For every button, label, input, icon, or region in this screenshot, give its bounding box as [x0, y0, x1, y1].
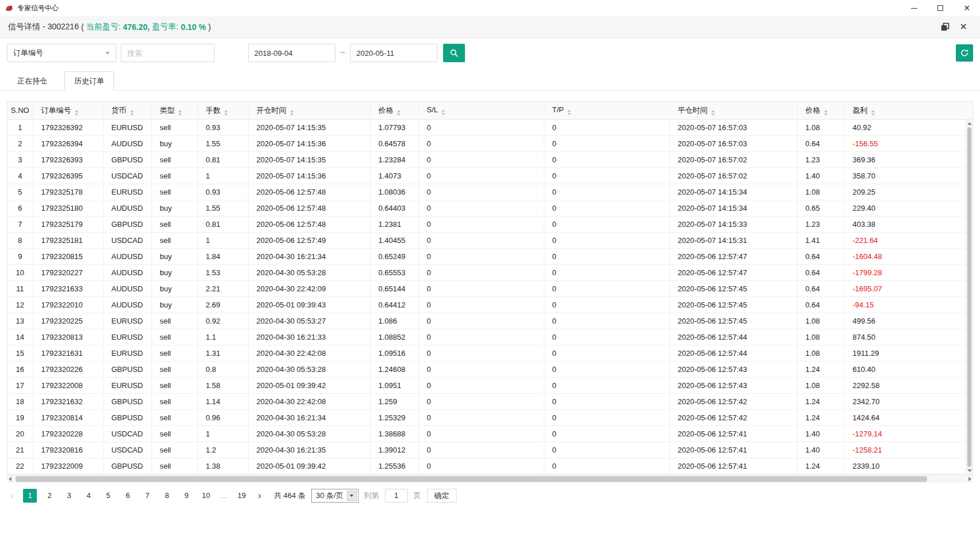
sort-icon[interactable] — [224, 110, 228, 116]
table-cell: 3 — [7, 151, 33, 168]
column-header[interactable]: 类型 — [151, 102, 197, 119]
page-9-button[interactable]: 9 — [180, 489, 193, 503]
page-7-button[interactable]: 7 — [140, 489, 154, 503]
column-header[interactable]: 平仓时间 — [669, 102, 797, 119]
next-page-button[interactable]: › — [254, 489, 265, 503]
page-19-button[interactable]: 19 — [235, 489, 249, 503]
table-cell: 1792325178 — [33, 184, 103, 200]
sort-icon[interactable] — [290, 110, 293, 116]
table-row: 71792325179GBPUSDsell0.812020-05-06 12:5… — [7, 216, 966, 232]
page-8-button[interactable]: 8 — [160, 489, 174, 503]
table-cell: 0.81 — [197, 151, 248, 168]
vertical-scrollbar[interactable] — [966, 120, 973, 474]
table-cell: 0 — [418, 345, 544, 361]
table-cell: 1.2381 — [370, 216, 418, 232]
table-header-row: S.NO订单编号货币类型手数开仓时间价格S/LT/P平仓时间价格盈利 — [7, 102, 966, 119]
goto-confirm-button[interactable]: 确定 — [427, 489, 457, 503]
table-cell: sell — [151, 361, 197, 377]
column-header[interactable]: 手数 — [197, 102, 248, 119]
table-cell: sell — [151, 458, 197, 474]
table-cell: 1792325180 — [33, 200, 103, 216]
page-3-button[interactable]: 3 — [62, 489, 76, 503]
page-size-value: 30 条/页 — [316, 491, 344, 501]
column-header[interactable]: 价格 — [370, 102, 418, 119]
maximize-button[interactable] — [927, 0, 954, 16]
window-restore-icon[interactable] — [941, 22, 950, 31]
horizontal-scrollbar[interactable] — [7, 475, 973, 483]
table-cell: EURUSD — [103, 329, 151, 345]
table-cell: 9 — [7, 248, 33, 264]
column-header[interactable]: T/P — [544, 102, 669, 119]
panel-close-button[interactable]: ✕ — [960, 22, 970, 32]
table-cell: 0 — [418, 297, 544, 313]
sort-icon[interactable] — [824, 110, 828, 116]
page-10-button[interactable]: 10 — [199, 489, 213, 503]
prev-page-button[interactable]: ‹ — [7, 489, 17, 503]
page-1-button[interactable]: 1 — [23, 489, 37, 503]
sort-icon[interactable] — [711, 110, 715, 116]
date-from-input[interactable] — [248, 44, 335, 62]
page-4-button[interactable]: 4 — [82, 489, 96, 503]
table-cell: -221.64 — [844, 232, 966, 248]
page-size-select[interactable]: 30 条/页 — [311, 489, 359, 503]
horizontal-scrollbar-thumb[interactable] — [16, 476, 927, 482]
sort-icon[interactable] — [441, 109, 445, 115]
sort-icon[interactable] — [178, 110, 182, 116]
table-cell: sell — [151, 232, 197, 248]
scroll-up-icon[interactable] — [967, 122, 972, 125]
sort-icon[interactable] — [567, 109, 571, 115]
page-5-button[interactable]: 5 — [101, 489, 115, 503]
table-cell: 0 — [418, 313, 544, 329]
column-header[interactable]: 订单编号 — [33, 102, 103, 119]
column-label: S/L — [427, 105, 438, 114]
column-header[interactable]: S/L — [418, 102, 544, 119]
scroll-down-icon[interactable] — [967, 469, 972, 472]
table-cell: 0.65553 — [370, 264, 418, 280]
table-cell: 2020-05-06 12:57:48 — [248, 216, 370, 232]
table-cell: 2020-04-30 05:53:28 — [248, 425, 370, 442]
close-icon: ✕ — [963, 3, 970, 13]
sort-icon[interactable] — [130, 110, 134, 116]
table-cell: 1.24608 — [370, 361, 418, 377]
table-cell: 1.14 — [197, 393, 248, 409]
sort-icon[interactable] — [397, 110, 401, 116]
table-cell: 0 — [418, 264, 544, 280]
table-row: 101792320227AUDUSDbuy1.532020-04-30 05:5… — [7, 264, 966, 280]
search-input[interactable] — [121, 44, 215, 62]
table-cell: -1279.14 — [844, 425, 966, 442]
total-count: 共 464 条 — [274, 491, 306, 501]
column-label: 价格 — [806, 106, 821, 115]
table-cell: buy — [151, 280, 197, 297]
column-header[interactable]: 盈利 — [844, 102, 966, 119]
refresh-button[interactable] — [956, 44, 973, 62]
column-header[interactable]: 价格 — [797, 102, 844, 119]
page-2-button[interactable]: 2 — [43, 489, 56, 503]
table-row: 131792320225EURUSDsell0.922020-04-30 05:… — [7, 313, 966, 329]
table-cell: 0 — [418, 458, 544, 474]
column-header[interactable]: 货币 — [103, 102, 151, 119]
table-cell: 1.38688 — [370, 425, 418, 442]
table-cell: 209.25 — [844, 184, 966, 200]
table-cell: 1.24 — [797, 409, 844, 425]
search-button[interactable] — [443, 44, 465, 62]
vertical-scrollbar-thumb[interactable] — [967, 127, 971, 467]
sort-icon[interactable] — [871, 110, 875, 116]
page-6-button[interactable]: 6 — [121, 489, 135, 503]
table-row: 11792326392EURUSDsell0.932020-05-07 14:1… — [7, 119, 966, 135]
column-header[interactable]: 开仓时间 — [248, 102, 370, 119]
table-cell: 0 — [418, 135, 544, 151]
close-button[interactable]: ✕ — [954, 0, 980, 16]
sort-icon[interactable] — [75, 110, 78, 116]
scroll-left-icon[interactable] — [9, 477, 12, 481]
tab-positions[interactable]: 正在持仓 — [8, 72, 56, 90]
field-select[interactable]: 订单编号 — [7, 44, 116, 62]
table-cell: 2020-05-06 12:57:41 — [669, 458, 797, 474]
scroll-right-icon[interactable] — [968, 477, 971, 481]
table-cell: AUDUSD — [103, 264, 151, 280]
window-title: 专家信号中心 — [17, 3, 59, 13]
tab-history[interactable]: 历史订单 — [64, 71, 114, 91]
minimize-button[interactable] — [901, 0, 927, 16]
date-to-input[interactable] — [350, 44, 437, 62]
goto-page-input[interactable] — [385, 489, 408, 503]
table-cell: 1.08 — [797, 313, 844, 329]
